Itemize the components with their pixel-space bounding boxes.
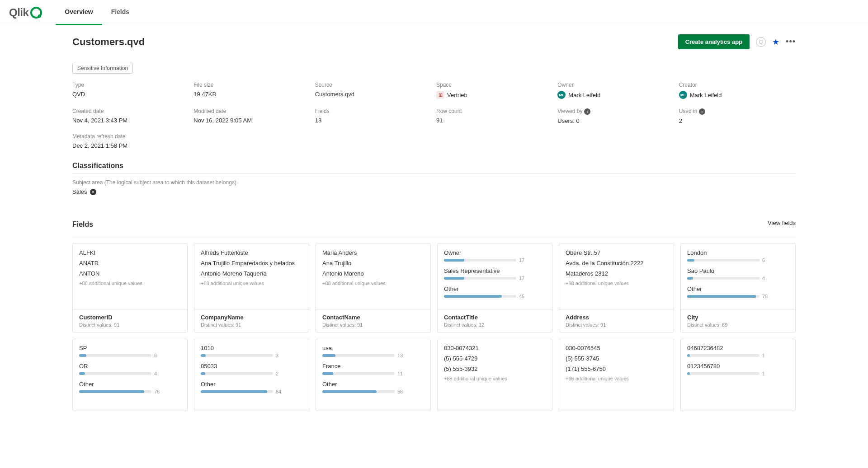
page-title: Customers.qvd xyxy=(72,36,145,48)
bar-label: Other xyxy=(79,381,181,388)
tab-overview[interactable]: Overview xyxy=(56,0,102,25)
field-distinct: Distinct values: 69 xyxy=(687,322,789,328)
bar-label: Sao Paulo xyxy=(687,267,789,274)
bar-label: London xyxy=(687,249,789,256)
field-value: Ana Trujillo Emparedados y helados xyxy=(201,260,302,267)
bar-count: 17 xyxy=(519,276,527,281)
bar-count: 84 xyxy=(276,389,284,394)
field-card[interactable]: Maria AndersAna TrujilloAntonio Moreno+8… xyxy=(316,243,431,332)
meta-refresh: Metadata refresh date Dec 2, 2021 1:58 P… xyxy=(72,133,189,149)
create-analytics-app-button[interactable]: Create analytics app xyxy=(678,34,750,49)
field-value: ANATR xyxy=(79,260,181,267)
field-value: (5) 555-4729 xyxy=(444,355,546,362)
bar-label: usa xyxy=(322,345,424,351)
field-value: Ana Trujillo xyxy=(322,260,424,267)
field-card[interactable]: London6Sao Paulo4Other78CityDistinct val… xyxy=(680,243,796,332)
field-card[interactable]: SP6OR4Other78 xyxy=(72,339,188,411)
bar-label: 04687236482 xyxy=(687,345,789,351)
bar-count: 78 xyxy=(154,389,162,394)
field-name: Address xyxy=(566,314,667,321)
info-icon[interactable]: i xyxy=(584,108,590,115)
bar-count: 13 xyxy=(397,353,406,358)
field-distinct: Distinct values: 91 xyxy=(201,322,302,328)
meta-modified: Modified date Nov 16, 2022 9:05 AM xyxy=(193,108,310,124)
field-value: (171) 555-6750 xyxy=(566,365,667,372)
field-value: 030-0074321 xyxy=(444,345,546,351)
field-value: ANTON xyxy=(79,270,181,277)
meta-viewed: Viewed by i Users: 0 xyxy=(557,108,674,124)
remove-chip-icon[interactable]: ✕ xyxy=(90,189,96,195)
bar-count: 1 xyxy=(762,371,770,376)
bar-label: OR xyxy=(79,363,181,370)
field-distinct: Distinct values: 91 xyxy=(79,322,181,328)
field-value: Mataderos 2312 xyxy=(566,270,667,277)
field-card[interactable]: usa13France11Other56 xyxy=(316,339,431,411)
bar-count: 56 xyxy=(397,389,406,394)
field-name: CustomerID xyxy=(79,314,181,321)
field-card[interactable]: 04687236482101234567801 xyxy=(680,339,796,411)
more-icon[interactable]: ••• xyxy=(786,37,796,47)
star-icon[interactable]: ★ xyxy=(772,37,779,47)
bar-label: Other xyxy=(322,381,424,388)
field-name: ContactTitle xyxy=(444,314,546,321)
field-distinct: Distinct values: 12 xyxy=(444,322,546,328)
field-card[interactable]: 030-0074321(5) 555-4729(5) 555-3932+88 a… xyxy=(437,339,552,411)
field-card[interactable]: 10103050332Other84 xyxy=(194,339,309,411)
tab-fields[interactable]: Fields xyxy=(102,0,138,25)
field-value: (5) 555-3745 xyxy=(566,355,667,362)
bar-count: 4 xyxy=(762,276,770,281)
field-more: +88 additional unique values xyxy=(79,281,181,286)
bar-count: 1 xyxy=(762,353,770,358)
field-distinct: Distinct values: 91 xyxy=(322,322,424,328)
field-name: ContactName xyxy=(322,314,424,321)
meta-created: Created date Nov 4, 2021 3:43 PM xyxy=(72,108,189,124)
field-value: ALFKI xyxy=(79,249,181,256)
field-card[interactable]: Alfreds FutterkisteAna Trujillo Empareda… xyxy=(194,243,309,332)
bar-count: 2 xyxy=(276,371,284,376)
meta-fields: Fields 13 xyxy=(315,108,432,124)
meta-usedin: Used in i 2 xyxy=(679,108,796,124)
meta-filesize: File size 19.47KB xyxy=(193,82,310,99)
bar-label: Sales Representative xyxy=(444,267,546,274)
field-card[interactable]: 030-0076545(5) 555-3745(171) 555-6750+66… xyxy=(559,339,674,411)
subject-chip: Sales ✕ xyxy=(72,188,96,195)
bar-count: 17 xyxy=(519,257,527,263)
field-distinct: Distinct values: 91 xyxy=(566,322,667,328)
meta-owner: Owner MLMark Leifeld xyxy=(557,82,674,99)
fields-title: Fields xyxy=(72,220,93,229)
bar-label: SP xyxy=(79,345,181,351)
field-more: +66 additional unique values xyxy=(566,376,667,381)
bar-count: 6 xyxy=(762,257,770,263)
bar-label: Other xyxy=(687,285,789,292)
meta-rows: Row count 91 xyxy=(436,108,553,124)
bar-count: 6 xyxy=(154,353,162,358)
meta-creator: Creator MLMark Leifeld xyxy=(679,82,796,99)
bar-label: 05033 xyxy=(201,363,302,370)
avatar: ML xyxy=(679,91,687,99)
field-value: Maria Anders xyxy=(322,249,424,256)
field-value: Obere Str. 57 xyxy=(566,249,667,256)
classifications-title: Classifications xyxy=(72,162,796,170)
field-name: CompanyName xyxy=(201,314,302,321)
info-icon[interactable]: i xyxy=(699,108,705,115)
field-value: Avda. de la Constitución 2222 xyxy=(566,260,667,267)
chat-icon[interactable]: Q xyxy=(756,37,766,47)
field-value: 030-0076545 xyxy=(566,345,667,351)
field-card[interactable]: ALFKIANATRANTON+88 additional unique val… xyxy=(72,243,188,332)
meta-type: Type QVD xyxy=(72,82,189,99)
logo: Qlik xyxy=(9,6,42,19)
bar-count: 4 xyxy=(154,371,162,376)
view-fields-link[interactable]: View fields xyxy=(768,220,796,226)
sensitive-tag: Sensitive Information xyxy=(72,63,133,74)
bar-label: Other xyxy=(444,285,546,292)
field-value: Alfreds Futterkiste xyxy=(201,249,302,256)
space-icon: ⊞ xyxy=(436,91,444,99)
bar-label: France xyxy=(322,363,424,370)
field-card[interactable]: Obere Str. 57Avda. de la Constitución 22… xyxy=(559,243,674,332)
subject-area-label: Subject area (The logical subject area t… xyxy=(72,179,796,186)
field-more: +88 additional unique values xyxy=(566,281,667,286)
field-more: +88 additional unique values xyxy=(322,281,424,286)
field-card[interactable]: Owner17Sales Representative17Other45Cont… xyxy=(437,243,552,332)
field-value: Antonio Moreno xyxy=(322,270,424,277)
meta-space: Space ⊞Vertrieb xyxy=(436,82,553,99)
